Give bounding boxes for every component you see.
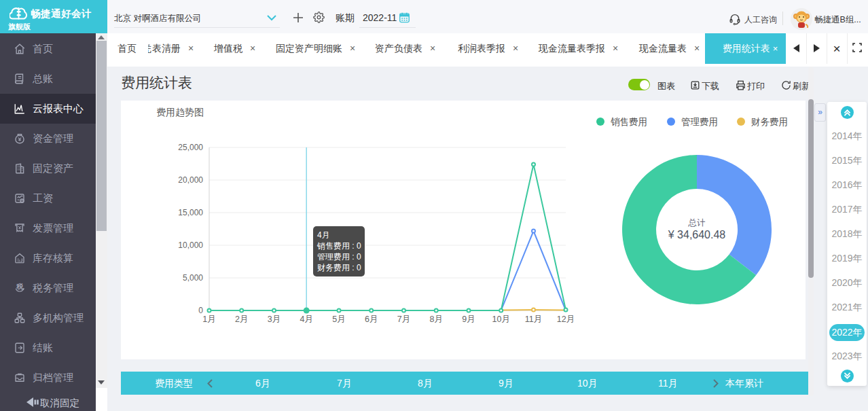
svg-text:税: 税: [16, 283, 24, 290]
svg-text:20,000: 20,000: [178, 175, 203, 185]
svg-text:2月: 2月: [235, 315, 248, 324]
svg-text:5月: 5月: [332, 315, 345, 324]
svg-text:管理费用 : 0: 管理费用 : 0: [317, 252, 361, 262]
svg-text:费用趋势图: 费用趋势图: [156, 107, 204, 118]
svg-text:¥ 34,640.48: ¥ 34,640.48: [668, 229, 726, 240]
svg-text:25,000: 25,000: [178, 143, 203, 152]
svg-text:4月: 4月: [300, 315, 312, 324]
svg-text:9月: 9月: [462, 315, 475, 324]
svg-text:销售费用 : 0: 销售费用 : 0: [317, 241, 361, 251]
svg-text:0: 0: [198, 306, 203, 315]
svg-text:财务费用 : 0: 财务费用 : 0: [317, 263, 361, 272]
svg-text:8月: 8月: [429, 315, 442, 324]
svg-text:15,000: 15,000: [178, 208, 203, 217]
svg-text:管理费用: 管理费用: [681, 117, 718, 127]
svg-text:销售费用: 销售费用: [611, 117, 647, 127]
svg-text:11月: 11月: [525, 315, 542, 324]
svg-text:5,000: 5,000: [183, 273, 203, 283]
svg-text:7月: 7月: [397, 315, 410, 324]
svg-text:12月: 12月: [557, 315, 575, 324]
svg-text:10月: 10月: [492, 315, 509, 324]
svg-text:1月: 1月: [202, 315, 215, 324]
svg-text:6月: 6月: [365, 315, 378, 324]
svg-text:财务费用: 财务费用: [751, 117, 788, 127]
svg-text:总计: 总计: [688, 218, 706, 228]
svg-text:10,000: 10,000: [178, 240, 203, 250]
svg-text:3月: 3月: [268, 315, 281, 324]
svg-text:4月: 4月: [317, 230, 330, 240]
